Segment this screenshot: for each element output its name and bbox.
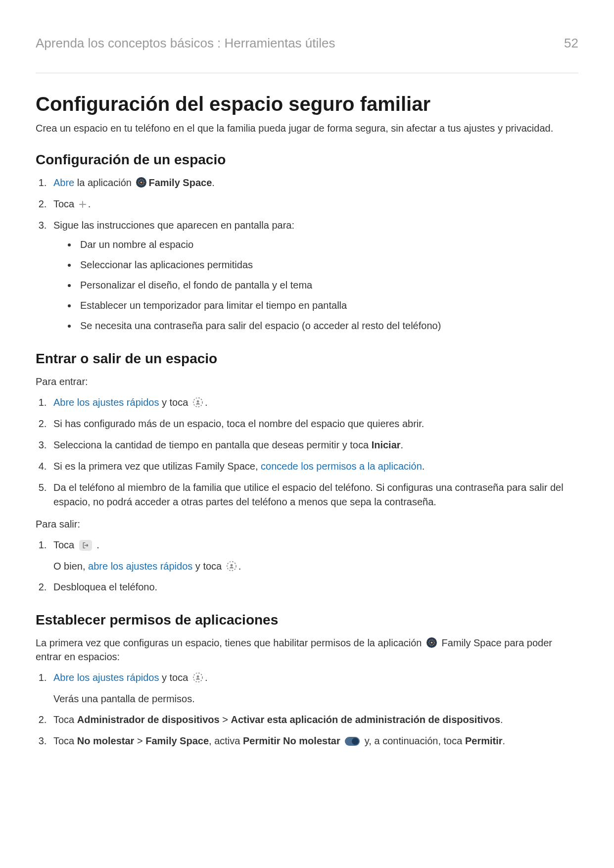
activate-admin-label: Activar esta aplicación de administració… — [231, 714, 500, 725]
section1-step1: Abre la aplicación Family Space. — [49, 176, 578, 190]
allow-dnd-label: Permitir No molestar — [243, 735, 340, 746]
family-space-icon — [426, 637, 437, 648]
period: . — [212, 177, 215, 188]
svg-point-5 — [230, 564, 233, 567]
text: y toca — [159, 397, 190, 408]
space-person-icon — [192, 397, 203, 408]
svg-point-9 — [197, 675, 199, 678]
perm-step1: Abre los ajustes rápidos y toca . Verás … — [49, 671, 578, 706]
family-space-label: Family Space — [145, 735, 209, 746]
section1-step2: Toca . — [49, 197, 578, 211]
open-quick-settings-link[interactable]: Abre los ajustes rápidos — [53, 672, 159, 683]
enter-step5: Da el teléfono al miembro de la familia … — [49, 481, 578, 509]
open-app-link[interactable]: Abre — [53, 177, 74, 188]
bullet: Dar un nombre al espacio — [77, 238, 578, 252]
exit-icon — [79, 540, 92, 551]
period: . — [88, 198, 91, 209]
bullet: Se necesita una contraseña para salir de… — [77, 319, 578, 333]
period: . — [94, 539, 99, 550]
period: . — [205, 672, 208, 683]
device-admin-label: Administrador de dispositivos — [77, 714, 220, 725]
text: , activa — [209, 735, 243, 746]
svg-point-7 — [431, 642, 432, 643]
text: O bien, — [53, 561, 88, 572]
text: Toca — [53, 198, 77, 209]
text: Toca — [53, 714, 77, 725]
period: . — [422, 461, 425, 472]
text: Selecciona la cantidad de tiempo en pant… — [53, 439, 372, 450]
space-person-icon — [192, 672, 203, 683]
gt: > — [134, 735, 145, 746]
enter-step2: Si has configurado más de un espacio, to… — [49, 417, 578, 431]
section1-step3: Sigue las instrucciones que aparecen en … — [49, 218, 578, 333]
period: . — [205, 397, 208, 408]
exit-step1: Toca . O bien, abre los ajustes rápidos … — [49, 538, 578, 573]
section-config-space: Configuración de un espacio Abre la apli… — [36, 152, 578, 333]
period: . — [238, 561, 241, 572]
section3-heading: Establecer permisos de aplicaciones — [36, 612, 578, 628]
bullet: Personalizar el diseño, el fondo de pant… — [77, 278, 578, 292]
enter-step4: Si es la primera vez que utilizas Family… — [49, 459, 578, 474]
exit-step2: Desbloquea el teléfono. — [49, 580, 578, 594]
period: . — [401, 439, 404, 450]
section-permissions: Establecer permisos de aplicaciones La p… — [36, 612, 578, 748]
gt: > — [220, 714, 231, 725]
grant-permissions-link[interactable]: concede los permisos a la aplicación — [261, 461, 422, 472]
section-enter-exit: Entrar o salir de un espacio Para entrar… — [36, 351, 578, 594]
text: Toca — [53, 735, 77, 746]
open-quick-settings-link[interactable]: Abre los ajustes rápidos — [53, 397, 159, 408]
perm-step2: Toca Administrador de dispositivos > Act… — [49, 713, 578, 727]
svg-point-3 — [197, 400, 199, 403]
step3-lead: Sigue las instrucciones que aparecen en … — [53, 220, 294, 231]
dnd-label: No molestar — [77, 735, 135, 746]
section1-step3-bullets: Dar un nombre al espacio Seleccionar las… — [53, 238, 578, 333]
exit-label: Para salir: — [36, 517, 578, 531]
period: . — [503, 735, 506, 746]
text: y toca — [159, 672, 190, 683]
text: y toca — [192, 561, 224, 572]
text: La primera vez que configuras un espacio… — [36, 637, 425, 648]
text: Toca — [53, 539, 77, 550]
section1-heading: Configuración de un espacio — [36, 152, 578, 168]
section3-intro: La primera vez que configuras un espacio… — [36, 636, 578, 664]
text: Si es la primera vez que utilizas Family… — [53, 461, 261, 472]
enter-step3: Selecciona la cantidad de tiempo en pant… — [49, 438, 578, 452]
page: Aprenda los conceptos básicos : Herramie… — [0, 0, 614, 868]
period: . — [500, 714, 503, 725]
enter-label: Para entrar: — [36, 375, 578, 388]
header-rule — [36, 73, 578, 73]
bullet: Seleccionar las aplicaciones permitidas — [77, 258, 578, 272]
permitir-label: Permitir — [465, 735, 503, 746]
section1-steps: Abre la aplicación Family Space. Toca . … — [36, 176, 578, 333]
space-person-icon — [226, 561, 237, 572]
section3-steps: Abre los ajustes rápidos y toca . Verás … — [36, 671, 578, 748]
page-header: Aprenda los conceptos básicos : Herramie… — [36, 36, 578, 73]
page-number: 52 — [564, 36, 578, 51]
family-space-label: Family Space — [148, 177, 212, 188]
plus-icon — [78, 200, 87, 209]
page-title: Configuración del espacio seguro familia… — [36, 93, 578, 115]
perm-step3: Toca No molestar > Family Space, activa … — [49, 734, 578, 748]
perm-step1-sub: Verás una pantalla de permisos. — [53, 692, 578, 706]
text: y, a continuación, toca — [362, 735, 465, 746]
toggle-on-icon — [345, 737, 360, 746]
iniciar-label: Iniciar — [372, 439, 401, 450]
exit-step1-sub: O bien, abre los ajustes rápidos y toca … — [53, 559, 578, 573]
open-quick-settings-link[interactable]: abre los ajustes rápidos — [88, 561, 192, 572]
svg-point-1 — [141, 182, 142, 183]
enter-step1: Abre los ajustes rápidos y toca . — [49, 395, 578, 410]
intro-paragraph: Crea un espacio en tu teléfono en el que… — [36, 121, 578, 135]
bullet: Establecer un temporizador para limitar … — [77, 298, 578, 313]
text: la aplicación — [74, 177, 134, 188]
breadcrumb: Aprenda los conceptos básicos : Herramie… — [36, 36, 335, 51]
exit-steps: Toca . O bien, abre los ajustes rápidos … — [36, 538, 578, 594]
enter-steps: Abre los ajustes rápidos y toca . Si has… — [36, 395, 578, 509]
section2-heading: Entrar o salir de un espacio — [36, 351, 578, 367]
family-space-icon — [136, 177, 146, 188]
